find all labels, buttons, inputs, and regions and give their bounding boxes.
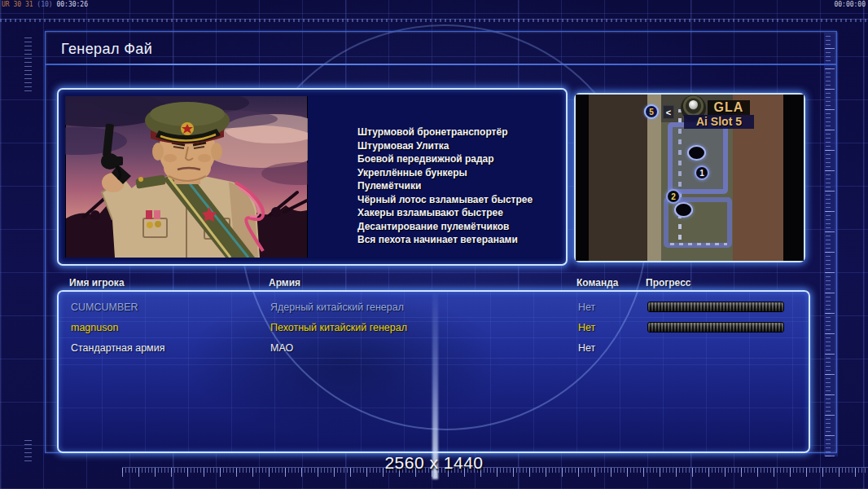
resolution-label: 2560 x 1440 — [0, 453, 868, 473]
ruler-left-upper — [24, 34, 32, 91]
player-army: Пехотный китайский генерал — [270, 322, 407, 333]
debug-version: UR 30 31 — [2, 1, 33, 8]
column-header-player-name: Имя игрока — [69, 277, 125, 289]
ability-item: Вся пехота начинает ветеранами — [357, 233, 561, 247]
ability-item: Чёрный лотос взламывает быстрее — [357, 193, 561, 207]
player-army: Ядерный китайский генерал — [270, 302, 404, 313]
ability-item: Пулемётчики — [357, 179, 561, 193]
ai-slot-label: Ai Slot 5 — [684, 115, 754, 129]
faction-label: GLA — [708, 100, 750, 115]
debug-status-text: UR 30 31 (10) 00:30:26 — [2, 1, 88, 8]
general-info-panel: Штурмовой бронетранспортёр Штурмовая Ули… — [57, 88, 568, 266]
start-position-1[interactable]: 1 — [695, 165, 709, 180]
player-team: Нет — [578, 322, 595, 333]
general-abilities-list: Штурмовой бронетранспортёр Штурмовая Ули… — [357, 126, 561, 247]
ability-item: Боевой передвижной радар — [357, 152, 561, 166]
ability-item: Штурмовая Улитка — [357, 139, 561, 153]
column-header-progress: Прогресс — [646, 277, 690, 289]
title-divider — [46, 64, 836, 65]
player-count-badge[interactable]: 5 — [644, 104, 659, 119]
ability-item: Десантирование пулемётчиков — [357, 220, 561, 234]
map-structure-dashes — [670, 243, 727, 245]
player-army: МАО — [270, 342, 293, 354]
map-structure-lower — [664, 197, 732, 248]
map-preview: 5 < GLA Ai Slot 5 1 2 — [576, 95, 804, 261]
ability-item: Хакеры взламывают быстрее — [357, 206, 561, 220]
map-preview-panel: 5 < GLA Ai Slot 5 1 2 — [574, 93, 805, 262]
start-position-2[interactable]: 2 — [666, 189, 681, 204]
load-progress-bar — [647, 322, 784, 333]
map-terrain-strip — [647, 95, 661, 261]
player-team: Нет — [578, 342, 595, 354]
column-header-team: Команда — [576, 277, 618, 289]
map-back-button[interactable]: < — [663, 105, 674, 119]
page-title: Генерал Фай — [61, 41, 152, 58]
general-portrait — [65, 96, 308, 258]
debug-fps: (10) — [37, 1, 52, 8]
player-team: Нет — [578, 302, 595, 313]
debug-timer: 00:30:26 — [56, 1, 88, 8]
player-name: CUMCUMBER — [71, 302, 138, 313]
ability-item: Укреплённые бункеры — [357, 166, 561, 180]
load-progress-bar — [647, 302, 784, 312]
ability-item: Штурмовой бронетранспортёр — [357, 126, 561, 139]
player-name: Стандартная армия — [71, 342, 164, 354]
ruler-top — [0, 19, 868, 22]
game-timer: 00:00:00 — [834, 1, 866, 8]
start-position-marker[interactable] — [687, 145, 706, 161]
map-terrain-dark — [589, 95, 647, 261]
player-name: magnuson — [71, 322, 118, 333]
column-header-army: Армия — [269, 277, 300, 289]
center-light-beam — [432, 293, 438, 479]
start-position-marker[interactable] — [674, 202, 693, 218]
